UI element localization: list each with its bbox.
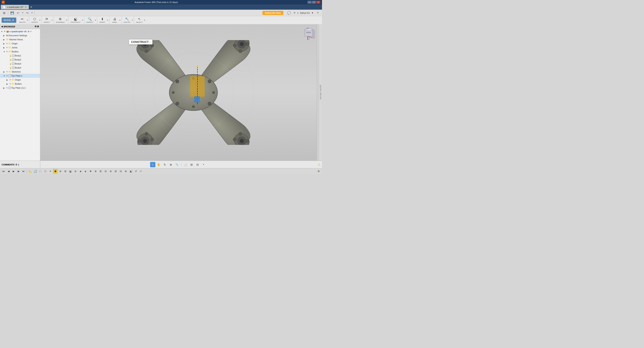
timeline-tool-19[interactable]: ⊕ — [124, 169, 128, 173]
model-menu-button[interactable]: MODEL ▼ — [2, 18, 16, 23]
user-dropdown-arrow[interactable]: ▼ — [311, 12, 314, 14]
save-button[interactable]: 💾 — [10, 10, 15, 16]
sketch-tool-button[interactable]: ✏ SKETCH — [18, 17, 26, 24]
addins-tool-button[interactable]: 🔧 ADD-INS — [123, 17, 131, 24]
timeline-tool-12[interactable]: ❋ — [88, 169, 93, 173]
tab-close-icon[interactable]: ✕ — [25, 6, 27, 9]
maximize-button[interactable]: □ — [312, 1, 316, 4]
quick-setup-panel[interactable]: QUICK SETUP — [319, 24, 322, 160]
undo-button[interactable]: ↩ — [16, 10, 21, 16]
select-tool-button[interactable]: ↖ SELECT — [135, 17, 143, 24]
timeline-orbit-button[interactable]: ↺ — [134, 169, 138, 173]
step-forward-button[interactable]: ▶ — [16, 169, 21, 173]
browser-item-sketches[interactable]: ▶ 👁 📁 Sketches — [0, 70, 40, 74]
timeline-tool-2[interactable]: ⬚ — [38, 169, 42, 173]
pan-button[interactable]: ✋ — [156, 162, 162, 167]
select-mode-button[interactable]: ⊹ — [150, 162, 155, 167]
browser-item-doc-settings[interactable]: ▶ ⚙ Document Settings — [0, 34, 40, 38]
timeline-tool-4[interactable]: ✦ — [48, 169, 52, 173]
timeline-settings-button[interactable]: ⚙ — [316, 169, 321, 173]
gear-icon[interactable]: ⚙ — [28, 31, 30, 33]
timeline-tool-16[interactable]: ⊕ — [108, 169, 113, 173]
timeline-tool-6[interactable]: ⊕ — [58, 169, 62, 173]
orbit-button[interactable]: ↻ — [162, 162, 168, 167]
create-arrow[interactable]: ▼ — [39, 19, 41, 21]
grid-display-button[interactable]: ⊟ — [195, 162, 200, 167]
view-display-button[interactable]: ⬜ — [183, 162, 188, 167]
construct-tool-button[interactable]: ⬕ CONSTRUCT — [70, 17, 81, 24]
timeline-tool-17[interactable]: ⊞ — [114, 169, 118, 173]
timeline-tool-10[interactable]: ◈ — [78, 169, 83, 173]
browser-back-icon[interactable]: ◀ — [1, 25, 3, 28]
insert-arrow[interactable]: ▼ — [107, 19, 108, 21]
timeline-tool-1[interactable]: 🔄 — [33, 169, 38, 173]
timeline-cut-button[interactable]: ✂ — [139, 169, 143, 173]
minimize-button[interactable]: — — [308, 1, 312, 4]
timeline-tool-3[interactable]: ⬡ — [43, 169, 48, 173]
browser-item-bodies[interactable]: ▼ 👁 📁 Bodies — [0, 50, 40, 54]
timeline-tool-5[interactable]: ⬢ — [53, 169, 58, 173]
grid-dropdown-button[interactable]: ▼ — [201, 162, 206, 167]
timeline-tool-13[interactable]: ⊕ — [94, 169, 98, 173]
browser-item-top-plate-2[interactable]: ▶ 👁 Top Plate (1):1 — [0, 86, 40, 90]
comments-settings-button[interactable]: ⚙ — [15, 163, 18, 166]
browser-item-bodies-2[interactable]: ▶ 👁 📁 Bodies — [0, 82, 40, 86]
timeline-sketch-button[interactable]: 📐 — [28, 169, 32, 173]
skip-to-start-button[interactable]: ⏮ — [1, 169, 6, 173]
browser-item-named-views[interactable]: ▶ 📁 Named Views — [0, 38, 40, 42]
timeline-tool-7[interactable]: ⊞ — [63, 169, 68, 173]
add-tab-button[interactable]: + — [29, 5, 33, 9]
look-button[interactable]: ⊕ — [168, 162, 174, 167]
viewport[interactable]: CONSTRUCT - TOP FRONT Z X — [40, 24, 319, 160]
viewport-scrollbar[interactable] — [317, 24, 319, 160]
timeline-tool-14[interactable]: ⊞ — [98, 169, 103, 173]
inspect-arrow[interactable]: ▼ — [94, 19, 96, 21]
browser-item-origin-2[interactable]: ▶ 👁 📁 Origin — [0, 78, 40, 82]
zoom-button[interactable]: 🔍 — [174, 162, 180, 167]
user-name[interactable]: Dahye Ko — [300, 12, 310, 14]
undo-dropdown[interactable]: ▼ — [22, 10, 24, 16]
browser-settings-icon[interactable]: ⚙ — [34, 25, 37, 28]
skip-to-end-button[interactable]: ⏭ — [21, 169, 26, 173]
inspect-tool-button[interactable]: 🔍 INSPECT — [86, 17, 94, 24]
browser-expand-icon[interactable]: ⊞ — [37, 25, 39, 28]
step-back-button[interactable]: ◀ — [6, 169, 11, 173]
timeline-tool-15[interactable]: ⊟ — [104, 169, 108, 173]
notification-button[interactable]: 💬 — [286, 10, 292, 16]
redo-button[interactable]: ↪ — [25, 10, 30, 16]
timeline-tool-18[interactable]: ⊟ — [118, 169, 123, 173]
addins-arrow[interactable]: ▼ — [132, 19, 133, 21]
modify-arrow[interactable]: ▼ — [51, 19, 53, 21]
timeline-tool-11[interactable]: ⬖ — [83, 169, 88, 173]
timeline-tool-20[interactable]: ⬕ — [128, 169, 133, 173]
make-tool-button[interactable]: 🖨 MAKE — [111, 17, 119, 24]
create-tool-button[interactable]: ⬡ CREATE — [30, 17, 39, 24]
redo-dropdown[interactable]: ▼ — [31, 10, 33, 16]
browser-item-root[interactable]: ▼ 👁 📦 x quadcopter v5 ⚙ — [0, 30, 40, 34]
timeline-tool-8[interactable]: ⬕ — [68, 169, 73, 173]
insert-tool-button[interactable]: ⬇ INSERT — [98, 17, 106, 24]
close-button[interactable]: ✕ — [316, 1, 320, 4]
browser-item-joints[interactable]: ▶ 👁 📁 Joints — [0, 46, 40, 50]
assemble-tool-button[interactable]: ⚙ ASSEMBLE — [55, 17, 66, 24]
assemble-arrow[interactable]: ▼ — [66, 19, 68, 21]
timeline-tool-9[interactable]: ⊛ — [73, 169, 78, 173]
construct-arrow[interactable]: ▼ — [82, 19, 83, 21]
comments-expand-icon[interactable]: | — [18, 163, 19, 166]
sketch-arrow[interactable]: ▼ — [27, 19, 28, 21]
grid-menu-button[interactable]: ⊞ — [2, 10, 7, 16]
browser-item-origin[interactable]: ▶ 👁 📁 Origin — [0, 42, 40, 46]
browser-item-body2[interactable]: 💡 Body2 — [0, 58, 40, 62]
browser-item-body1[interactable]: 💡 Body1 — [0, 54, 40, 58]
browser-item-body4[interactable]: 💡 Body4 — [0, 66, 40, 70]
help-button[interactable]: ? — [315, 10, 320, 16]
browser-item-body3[interactable]: 💡 Body3 — [0, 62, 40, 66]
subscribe-button[interactable]: Subscribe Now — [262, 11, 283, 15]
play-button[interactable]: ▶ — [11, 169, 16, 173]
modify-tool-button[interactable]: ⟳ MODIFY — [43, 17, 51, 24]
active-tab[interactable]: 📄 x quadcopter v5* ✕ — [1, 5, 29, 9]
make-arrow[interactable]: ▼ — [119, 19, 121, 21]
display-settings-button[interactable]: ⊞ — [189, 162, 194, 167]
browser-item-top-plate[interactable]: ▼ 👁 Top Plate:1 — [0, 74, 40, 78]
select-arrow[interactable]: ▼ — [144, 19, 145, 21]
